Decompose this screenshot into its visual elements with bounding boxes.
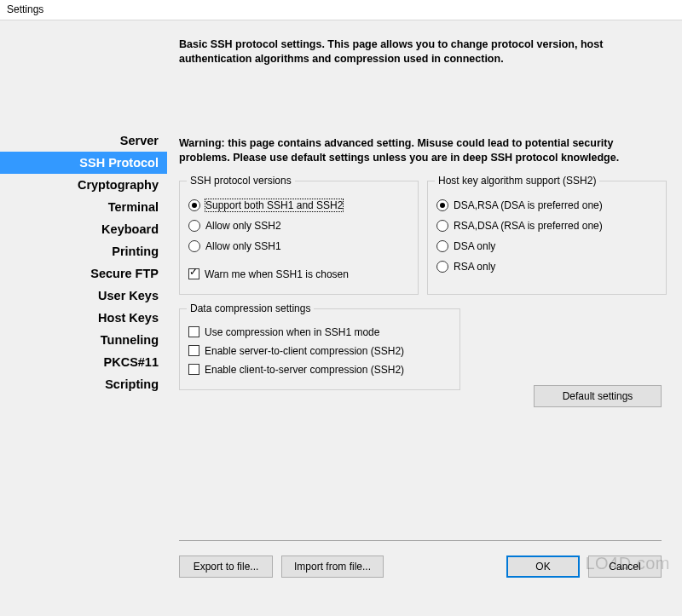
radio-support-both[interactable]: Support both SSH1 and SSH2 (188, 195, 409, 216)
checkbox-compress-s2c[interactable]: Enable server-to-client compression (SSH… (188, 342, 451, 360)
sidebar-item-label: Scripting (105, 377, 159, 391)
sidebar-item-label: Host Keys (98, 311, 159, 325)
ok-button[interactable]: OK (506, 556, 580, 578)
button-label: Export to file... (194, 561, 259, 573)
radio-label: DSA,RSA (DSA is preferred one) (454, 199, 603, 211)
default-settings-button[interactable]: Default settings (534, 385, 662, 407)
button-label: Import from file... (294, 561, 371, 573)
radio-icon (436, 199, 448, 211)
window-title: Settings (7, 3, 43, 15)
radio-icon (436, 220, 448, 232)
import-button[interactable]: Import from file... (281, 556, 384, 578)
radio-icon (436, 261, 448, 273)
sidebar-item-label: SSH Protocol (79, 156, 159, 170)
radio-label: RSA only (454, 261, 495, 273)
group-hostkey: Host key algorithm support (SSH2) DSA,RS… (427, 181, 667, 295)
sidebar-item-label: User Keys (98, 289, 159, 302)
sidebar-item-host-keys[interactable]: Host Keys (0, 307, 167, 329)
default-settings-wrap: Default settings (534, 385, 662, 407)
group-row: SSH protocol versions Support both SSH1 … (179, 181, 667, 295)
checkbox-icon (188, 364, 199, 375)
footer-buttons: Export to file... Import from file... OK… (179, 556, 662, 578)
footer-divider (179, 540, 662, 541)
radio-label: RSA,DSA (RSA is preferred one) (454, 220, 603, 232)
radio-icon (188, 199, 200, 211)
sidebar-nav: Server SSH Protocol Cryptography Termina… (0, 20, 167, 616)
checkbox-label: Warn me when SSH1 is chosen (205, 268, 349, 280)
sidebar-item-label: Secure FTP (90, 267, 159, 280)
radio-dsa-rsa[interactable]: DSA,RSA (DSA is preferred one) (436, 195, 657, 216)
sidebar-item-label: PKCS#11 (104, 355, 159, 369)
sidebar-item-ssh-protocol[interactable]: SSH Protocol (0, 152, 167, 174)
radio-label: Allow only SSH2 (205, 220, 281, 232)
group-ssh-versions: SSH protocol versions Support both SSH1 … (179, 181, 419, 295)
cancel-button[interactable]: Cancel (588, 556, 662, 578)
radio-rsa-only[interactable]: RSA only (436, 256, 657, 277)
page-warning: Warning: this page contains advanced set… (179, 136, 667, 165)
page-description: Basic SSH protocol settings. This page a… (179, 37, 667, 66)
group-compression-title: Data compression settings (187, 302, 314, 314)
radio-label: Support both SSH1 and SSH2 (205, 199, 343, 211)
window-titlebar: Settings (0, 0, 682, 20)
sidebar-item-printing[interactable]: Printing (0, 240, 167, 262)
checkbox-icon (188, 326, 199, 337)
sidebar-item-tunneling[interactable]: Tunneling (0, 329, 167, 351)
radio-label: Allow only SSH1 (205, 240, 281, 252)
sidebar-item-server[interactable]: Server (0, 130, 167, 152)
sidebar-item-keyboard[interactable]: Keyboard (0, 218, 167, 240)
group-ssh-versions-title: SSH protocol versions (187, 175, 295, 187)
sidebar-item-scripting[interactable]: Scripting (0, 373, 167, 395)
sidebar-item-pkcs11[interactable]: PKCS#11 (0, 351, 167, 373)
sidebar-item-terminal[interactable]: Terminal (0, 196, 167, 218)
group-compression: Data compression settings Use compressio… (179, 308, 460, 390)
radio-dsa-only[interactable]: DSA only (436, 236, 657, 256)
checkbox-label: Use compression when in SSH1 mode (205, 326, 379, 338)
group-hostkey-title: Host key algorithm support (SSH2) (435, 175, 599, 187)
main-panel: Basic SSH protocol settings. This page a… (167, 20, 682, 616)
radio-allow-only-ssh2[interactable]: Allow only SSH2 (188, 216, 409, 236)
radio-rsa-dsa[interactable]: RSA,DSA (RSA is preferred one) (436, 216, 657, 236)
checkbox-compress-ssh1[interactable]: Use compression when in SSH1 mode (188, 323, 451, 342)
button-label: Default settings (563, 390, 633, 402)
sidebar-item-secure-ftp[interactable]: Secure FTP (0, 262, 167, 285)
radio-icon (188, 220, 200, 232)
sidebar-item-label: Tunneling (101, 333, 159, 347)
sidebar-item-label: Server (120, 134, 159, 147)
sidebar-item-user-keys[interactable]: User Keys (0, 285, 167, 307)
sidebar-item-label: Keyboard (101, 222, 159, 236)
settings-window: Settings Server SSH Protocol Cryptograph… (0, 0, 682, 616)
checkbox-icon (188, 268, 199, 279)
radio-icon (436, 240, 448, 252)
checkbox-icon (188, 345, 199, 356)
checkbox-label: Enable server-to-client compression (SSH… (205, 345, 404, 357)
checkbox-label: Enable client-to-server compression (SSH… (205, 364, 404, 376)
radio-label: DSA only (454, 240, 495, 252)
checkbox-warn-ssh1[interactable]: Warn me when SSH1 is chosen (188, 265, 409, 284)
export-button[interactable]: Export to file... (179, 556, 273, 578)
button-label: OK (535, 561, 550, 573)
sidebar-item-label: Terminal (108, 200, 159, 214)
sidebar-item-label: Printing (112, 245, 159, 258)
button-label: Cancel (609, 561, 640, 573)
radio-icon (188, 240, 200, 252)
radio-allow-only-ssh1[interactable]: Allow only SSH1 (188, 236, 409, 256)
window-body: Server SSH Protocol Cryptography Termina… (0, 20, 682, 616)
sidebar-item-label: Cryptography (78, 178, 159, 192)
sidebar-item-cryptography[interactable]: Cryptography (0, 174, 167, 196)
checkbox-compress-c2s[interactable]: Enable client-to-server compression (SSH… (188, 360, 451, 379)
